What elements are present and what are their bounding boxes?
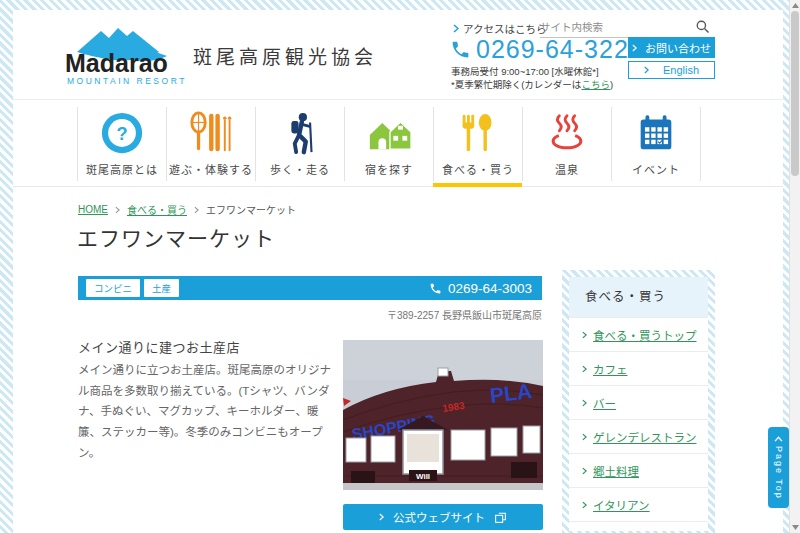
tag-convenience[interactable]: コンビニ <box>86 279 140 297</box>
triangle-down-icon <box>792 525 799 530</box>
chevron-right-icon <box>582 399 587 407</box>
chevron-right-icon <box>632 44 637 52</box>
logo-sub-text: MOUNTAIN RESORT <box>67 76 187 86</box>
external-link-icon <box>494 511 507 524</box>
lodge-icon <box>366 110 412 156</box>
scrollbar-down-arrow[interactable] <box>790 522 800 533</box>
vertical-scrollbar <box>789 0 800 533</box>
triangle-up-icon <box>792 3 799 8</box>
sidebar-title: 食べる・買う <box>569 277 708 317</box>
contact-button[interactable]: お問い合わせ <box>628 37 715 58</box>
office-hours: 事務局受付 9:00~17:00 [水曜休館*] *夏季繁忙期除く(カレンダーは… <box>451 66 613 92</box>
breadcrumb-current: エフワンマーケット <box>206 202 296 217</box>
chevron-right-icon <box>194 206 199 214</box>
sidebar-item-cafe[interactable]: カフェ <box>569 351 708 385</box>
nav-item-onsen[interactable]: 温泉 <box>522 107 611 181</box>
nav-item-play[interactable]: 遊ぶ・体験する <box>166 107 255 181</box>
nav-divider <box>700 107 701 181</box>
calendar-link[interactable]: こちら <box>581 79 610 90</box>
site-logo[interactable]: Madarao MOUNTAIN RESORT <box>63 22 203 88</box>
breadcrumb-home[interactable]: HOME <box>78 204 108 215</box>
nav-item-eat[interactable]: 食べる・買う <box>433 107 522 181</box>
chevron-right-icon <box>379 513 384 521</box>
shop-photo: SHOPPING 1983 PLA Will <box>343 340 543 490</box>
chevron-right-icon <box>582 501 587 509</box>
svg-text:?: ? <box>116 124 127 144</box>
nav-item-event[interactable]: イベント <box>611 107 700 181</box>
nav-item-walk[interactable]: 歩く・走る <box>255 107 344 181</box>
access-link[interactable]: アクセスはこちら <box>453 21 546 36</box>
phone-icon <box>429 282 442 295</box>
page-title: エフワンマーケット <box>77 222 275 252</box>
shop-address: 〒389-2257 長野県飯山市斑尾高原 <box>78 307 542 322</box>
photo-entrance-sign: Will <box>416 472 430 481</box>
page-top-button[interactable]: Page Top <box>768 427 789 508</box>
phone-icon <box>450 39 471 60</box>
sidebar-eat-buy: 食べる・買う 食べる・買うトップ カフェ バー ゲレンデレストラン 郷土料理 <box>562 270 715 533</box>
nav-active-indicator <box>433 183 522 187</box>
site-header: Madarao MOUNTAIN RESORT 斑尾高原観光協会 アクセスはこち… <box>13 10 783 100</box>
chevron-right-icon <box>582 433 587 441</box>
nav-item-about[interactable]: ? 斑尾高原とは <box>77 107 166 181</box>
search-icon[interactable] <box>695 19 710 34</box>
sidebar-item-top[interactable]: 食べる・買うトップ <box>569 317 708 351</box>
english-button[interactable]: English <box>628 61 715 79</box>
header-phone: 0269-64-3222 <box>450 35 644 64</box>
content-heading: メイン通りに建つお土産店 <box>78 337 240 356</box>
onsen-icon <box>544 110 590 156</box>
org-title: 斑尾高原観光協会 <box>193 42 377 69</box>
tag-souvenir[interactable]: 土産 <box>144 279 179 297</box>
chevron-up-icon <box>774 436 783 442</box>
logo-brand-text: Madarao <box>65 49 168 77</box>
shop-phone: 0269-64-3003 <box>429 281 532 296</box>
madarao-badge-icon: ? <box>99 110 145 156</box>
sidebar-item-italian[interactable]: イタリアン <box>569 487 708 521</box>
chevron-right-icon <box>582 331 587 339</box>
hiker-icon <box>277 110 323 156</box>
nav-item-stay[interactable]: 宿を探す <box>344 107 433 181</box>
official-website-button[interactable]: 公式ウェブサイト <box>343 504 543 530</box>
scrollbar-up-arrow[interactable] <box>790 0 800 11</box>
content-card: Madarao MOUNTAIN RESORT 斑尾高原観光協会 アクセスはこち… <box>13 10 783 533</box>
header-phone-number: 0269-64-3222 <box>476 35 644 64</box>
chevron-right-icon <box>582 365 587 373</box>
main-nav: ? 斑尾高原とは 遊ぶ・体験する <box>13 101 783 187</box>
sidebar-divider <box>569 521 708 531</box>
sidebar-item-local-cuisine[interactable]: 郷土料理 <box>569 453 708 487</box>
dining-icon <box>455 110 501 156</box>
chevron-right-icon <box>582 467 587 475</box>
calendar-icon <box>633 110 679 156</box>
breadcrumb: HOME 食べる・買う エフワンマーケット <box>78 202 296 217</box>
chevron-right-icon <box>644 66 649 74</box>
chevron-right-icon <box>453 24 459 33</box>
shop-info-bar: コンビニ 土産 0269-64-3003 <box>78 276 542 300</box>
breadcrumb-eat[interactable]: 食べる・買う <box>127 202 187 217</box>
chevron-right-icon <box>115 206 120 214</box>
search-input[interactable] <box>540 21 695 33</box>
activity-icon <box>188 110 234 156</box>
shop-description: メイン通りに立つお土産店。斑尾高原のオリジナル商品を多数取り揃えている。(Tシャ… <box>78 360 338 463</box>
sidebar-item-gelande-restaurant[interactable]: ゲレンデレストラン <box>569 419 708 453</box>
sidebar-item-bar[interactable]: バー <box>569 385 708 419</box>
scrollbar-thumb[interactable] <box>791 11 799 176</box>
shop-phone-number: 0269-64-3003 <box>448 281 532 296</box>
